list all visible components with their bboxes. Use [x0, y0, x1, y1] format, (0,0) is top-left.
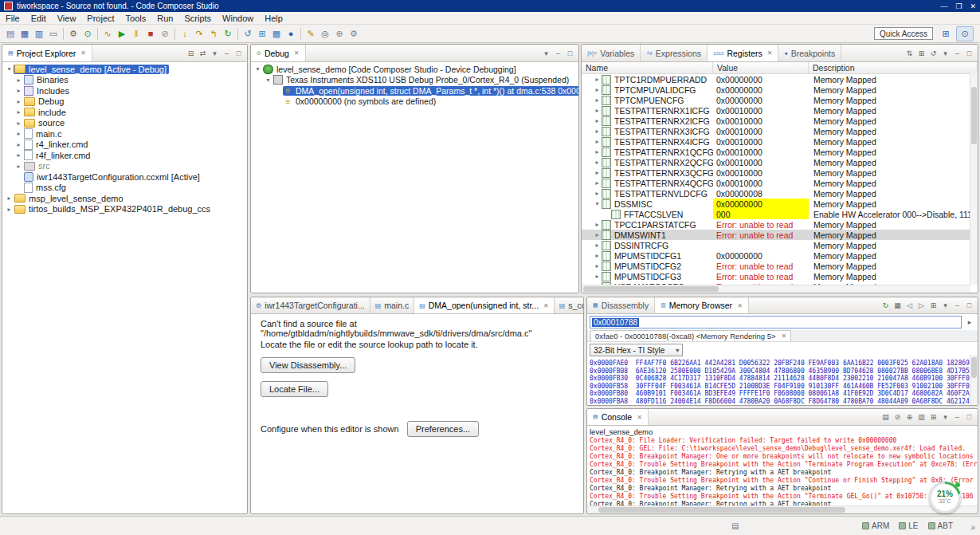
highlight-icon[interactable]: ✎ [304, 27, 318, 41]
debug-tree-item[interactable]: ▾level_sense_demo [Code Composer Studio … [251, 64, 578, 75]
breakpoint-icon[interactable]: ● [284, 27, 298, 41]
memory-format-select[interactable]: 32-Bit Hex - TI Style ▾ [590, 344, 683, 356]
window-close-button[interactable]: ✕ [970, 2, 976, 10]
column-value[interactable]: Value [713, 62, 809, 73]
register-row[interactable]: ▸TESTPATTERNRX3QCFG0x00010000Memory Mapp… [582, 167, 978, 178]
tab-project-explorer[interactable]: ▤ Project Explorer ✕ [2, 45, 92, 61]
twistie-icon[interactable]: ▸ [593, 252, 602, 259]
tree-item[interactable]: iwr1443TargetConfiguration.ccxml [Active… [2, 171, 247, 183]
menu-view[interactable]: View [52, 14, 82, 23]
show-all-icon[interactable]: ⇅ [904, 49, 915, 57]
twistie-icon[interactable]: ▸ [14, 108, 23, 116]
close-icon[interactable]: ✕ [543, 302, 549, 309]
add-register-icon[interactable]: ⊞ [916, 49, 927, 57]
memory-vertical-scrollbar[interactable] [970, 355, 978, 405]
cpu-usage-gauge[interactable]: 21% 33°C [929, 482, 961, 513]
minimize-icon[interactable]: – [952, 49, 962, 57]
link-editor-icon[interactable]: ⇄ [198, 49, 208, 57]
preferences-button[interactable]: Preferences... [407, 421, 479, 437]
register-row[interactable]: ▸TPCC1PARSTATCFGError: unable to readMem… [582, 219, 978, 230]
menu-file[interactable]: File [0, 14, 25, 23]
terminate-icon[interactable]: ■ [143, 27, 158, 41]
register-row[interactable]: ▸MPUMSTIDCFG3Error: unable to readMemory… [582, 271, 978, 281]
close-icon[interactable]: ✕ [767, 49, 773, 57]
debug-icon[interactable]: ⊙ [80, 27, 95, 41]
window-minimize-button[interactable]: — [940, 2, 947, 10]
menu-scripts[interactable]: Scripts [178, 14, 217, 23]
tab-console[interactable]: ▤ Console ✕ [587, 409, 649, 425]
display-console-icon[interactable]: ▥ [916, 413, 927, 421]
print-icon[interactable]: ▭ [46, 27, 61, 41]
view-menu-icon[interactable]: ▾ [940, 49, 951, 57]
search-icon[interactable]: ◎ [318, 27, 332, 41]
tree-item[interactable]: ▸Includes [2, 85, 247, 96]
restart-icon[interactable]: ↻ [221, 27, 235, 41]
twistie-icon[interactable]: ▸ [593, 169, 602, 176]
register-row[interactable]: FFTACCSLVEN000Enable HW Accelerator 000-… [582, 209, 978, 219]
register-row[interactable]: ▸TESTPATTERNRX2QCFG0x00010000Memory Mapp… [582, 157, 978, 167]
memory-view-icon[interactable]: ▦ [269, 27, 284, 41]
editor-tab-dma-open[interactable]: ▤ DMA_open(unsigned int, str... ✕ [414, 297, 555, 313]
suspend-icon[interactable]: ‖ [129, 27, 143, 41]
run-icon[interactable]: ▶ [115, 27, 129, 41]
twistie-icon[interactable]: ▸ [593, 273, 602, 280]
register-row[interactable]: ▸TESTPATTERNRX3ICFG0x00010000Memory Mapp… [582, 126, 978, 136]
close-icon[interactable]: ✕ [782, 332, 787, 340]
twistie-icon[interactable]: ▸ [593, 159, 602, 166]
register-row[interactable]: ▸TESTPATTERNRX4ICFG0x00010000Memory Mapp… [582, 136, 978, 147]
view-menu-icon[interactable]: ▾ [541, 49, 551, 57]
close-icon[interactable]: ✕ [737, 302, 743, 309]
perspective-edit-icon[interactable]: ⊞ [937, 26, 955, 41]
maximize-icon[interactable]: □ [233, 49, 244, 57]
editor-tab-main-c[interactable]: ▤ main.c [370, 297, 415, 313]
maximize-icon[interactable]: □ [964, 301, 974, 309]
pin-console-icon[interactable]: ⊕ [904, 413, 915, 421]
twistie-icon[interactable]: ▸ [593, 148, 602, 155]
save-icon[interactable]: ▦ [18, 27, 32, 41]
register-row[interactable]: ▸TESTPATTERNRX2ICFG0x00010000Memory Mapp… [582, 116, 978, 126]
tree-item[interactable]: ▸r4f_linker.cmd [2, 150, 247, 161]
menu-run[interactable]: Run [151, 14, 178, 23]
step-into-icon[interactable]: ↓ [178, 27, 192, 41]
menu-edit[interactable]: Edit [25, 14, 52, 23]
twistie-icon[interactable]: ▸ [593, 190, 602, 197]
close-icon[interactable]: ✕ [294, 49, 300, 57]
status-abt[interactable]: ABT [928, 521, 953, 530]
tree-item[interactable]: ▸src [2, 161, 247, 172]
register-row[interactable]: ▸TPTC1RDMPUERRADD0x00000000Memory Mapped [582, 74, 978, 85]
minimize-icon[interactable]: – [952, 413, 962, 421]
register-row[interactable]: ▸TESTPATTERNRX4QCFG0x00010000Memory Mapp… [582, 178, 978, 188]
twistie-icon[interactable]: ▸ [593, 138, 602, 145]
tab-disassembly[interactable]: ▦ Disassembly [587, 297, 655, 313]
step-over-icon[interactable]: ↷ [192, 27, 206, 41]
tab-expressions[interactable]: +x Expressions [641, 45, 708, 61]
register-row[interactable]: ▸MPUMSTIDCFG10x00000000Memory Mapped [582, 250, 978, 261]
clear-console-icon[interactable]: ▤ [880, 413, 891, 421]
twistie-icon[interactable]: ▾ [264, 77, 272, 84]
twistie-icon[interactable]: ▸ [14, 141, 23, 148]
back-icon[interactable]: ◁ [904, 301, 915, 309]
new-rendering-icon[interactable]: ⊞ [928, 301, 939, 309]
registers-horizontal-scrollbar[interactable] [582, 285, 970, 293]
build-icon[interactable]: ⚙ [66, 27, 80, 41]
debug-tree-item[interactable]: ≡0x00000000 (no symbols are defined) [251, 96, 578, 108]
twistie-icon[interactable]: ▸ [593, 76, 602, 83]
minimize-icon[interactable]: – [952, 301, 962, 309]
disconnect-icon[interactable]: ⊘ [158, 27, 172, 41]
tab-variables[interactable]: (x)= Variables [582, 45, 641, 61]
twistie-icon[interactable]: ▸ [593, 262, 602, 269]
view-menu-icon[interactable]: ▾ [210, 49, 220, 57]
column-name[interactable]: Name [582, 62, 713, 73]
status-le[interactable]: LE [899, 521, 918, 530]
close-icon[interactable]: ✕ [80, 49, 86, 57]
tab-debug[interactable]: ⊙ Debug ✕ [251, 45, 306, 61]
twistie-icon[interactable]: ▸ [14, 120, 23, 127]
console-horizontal-scrollbar[interactable] [587, 505, 978, 513]
tree-item[interactable]: ▾level_sense_demo [Active - Debug] [2, 64, 247, 75]
tab-breakpoints[interactable]: ● Breakpoints [778, 45, 841, 61]
twistie-icon[interactable]: ▸ [593, 128, 602, 135]
register-row[interactable]: ▸TESTPATTERNRX1ICFG0x00010000Memory Mapp… [582, 105, 978, 116]
refresh-icon[interactable]: ↺ [241, 27, 255, 41]
twistie-icon[interactable]: ▾ [5, 65, 14, 73]
column-description[interactable]: Description [809, 62, 978, 73]
